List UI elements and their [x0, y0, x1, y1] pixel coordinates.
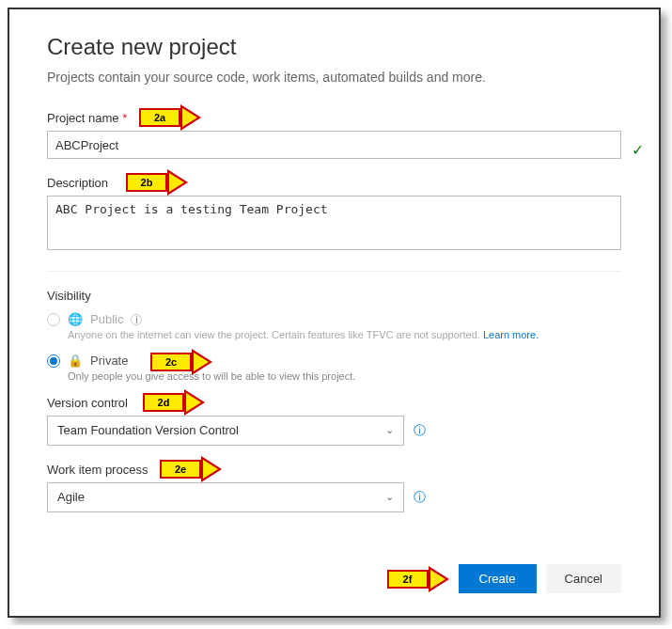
project-name-label-text: Project name [47, 111, 119, 125]
description-label-text: Description [47, 176, 108, 190]
cancel-button[interactable]: Cancel [546, 564, 621, 593]
work-item-value: Agile [57, 490, 85, 504]
visibility-private-label: Private [90, 354, 128, 368]
work-item-section: Work item process 2e Agile ⌄ ⓘ [47, 463, 621, 512]
version-control-label: Version control 2d [47, 396, 621, 410]
required-asterisk: * [123, 112, 128, 125]
version-control-section: Version control 2d Team Foundation Versi… [47, 396, 621, 446]
project-name-section: Project name * 2a ✓ [47, 111, 621, 159]
version-control-select[interactable]: Team Foundation Version Control ⌄ [47, 416, 404, 446]
visibility-private-radio[interactable]: 🔒 Private 2c [47, 354, 621, 368]
visibility-private-sub: Only people you give access to will be a… [68, 370, 621, 384]
validation-check-icon: ✓ [632, 141, 644, 159]
project-name-input[interactable] [47, 131, 621, 159]
visibility-public-radio: 🌐 Public i [47, 312, 621, 326]
create-project-dialog: Create new project Projects contain your… [8, 8, 661, 618]
help-icon[interactable]: ⓘ [414, 422, 426, 439]
lock-icon: 🔒 [68, 354, 83, 368]
work-item-label-text: Work item process [47, 463, 148, 477]
create-button[interactable]: Create [459, 564, 537, 593]
visibility-label: Visibility [47, 289, 621, 303]
chevron-down-icon: ⌄ [385, 491, 394, 503]
annotation-2a: 2a [139, 105, 201, 130]
radio-icon [47, 354, 60, 368]
version-control-label-text: Version control [47, 396, 128, 410]
section-divider [47, 271, 621, 272]
learn-more-link[interactable]: Learn more. [483, 329, 539, 340]
work-item-select[interactable]: Agile ⌄ [47, 482, 404, 512]
description-label: Description 2b [47, 176, 621, 190]
work-item-label: Work item process 2e [47, 463, 621, 477]
help-icon[interactable]: ⓘ [414, 489, 426, 506]
annotation-2b: 2b [126, 170, 188, 195]
version-control-value: Team Foundation Version Control [57, 423, 239, 437]
visibility-public-label: Public [90, 312, 123, 326]
chevron-down-icon: ⌄ [385, 424, 394, 436]
info-icon: i [131, 314, 142, 325]
description-section: Description 2b ABC Project is a testing … [47, 176, 621, 254]
visibility-section: Visibility 🌐 Public i Anyone on the inte… [47, 289, 621, 385]
description-input[interactable]: ABC Project is a testing Team Project [47, 196, 621, 250]
annotation-2d: 2d [143, 390, 205, 415]
page-subtitle: Projects contain your source code, work … [47, 70, 621, 85]
annotation-2f: 2f [387, 567, 449, 591]
dialog-footer: 2f Create Cancel [387, 564, 622, 593]
project-name-label: Project name * 2a [47, 111, 621, 125]
page-title: Create new project [47, 34, 621, 60]
annotation-2e: 2e [160, 457, 222, 481]
globe-icon: 🌐 [68, 312, 83, 326]
radio-icon [47, 313, 60, 326]
visibility-public-sub: Anyone on the internet can view the proj… [68, 328, 621, 342]
